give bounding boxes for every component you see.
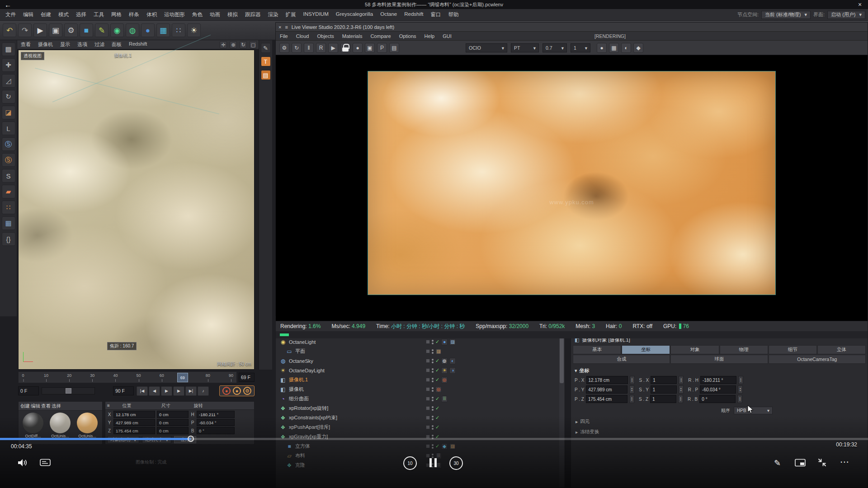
object-tag-icon[interactable]: ● [441, 339, 448, 345]
menubar-item-10[interactable]: 运动图形 [160, 9, 189, 20]
object-row[interactable]: ◧摄像机.1✓◎ [276, 375, 565, 385]
lv-camera-ball-icon[interactable]: ● [353, 43, 363, 53]
enable-checkbox[interactable] [426, 454, 430, 458]
keyframe-settings-button[interactable]: ⚙ [243, 387, 251, 395]
more-options-icon[interactable]: ⋯ [840, 456, 849, 467]
object-tag-icon[interactable]: ☀ [441, 367, 448, 374]
deformer-icon[interactable]: ◍ [126, 23, 139, 37]
lv-menu-compare[interactable]: Compare [366, 32, 395, 40]
object-tag-icon[interactable]: ▨ [449, 339, 456, 345]
viewport-menu-2[interactable]: 摄像机 [34, 40, 57, 49]
lv-restart-render-icon[interactable]: ↻ [292, 43, 302, 53]
range-slider-handle[interactable] [66, 388, 71, 394]
view-label[interactable]: 透视视图 [21, 52, 44, 60]
goto-end-button[interactable]: ▶| [185, 386, 197, 396]
object-tag-icon[interactable]: ⠿ [441, 396, 448, 402]
menubar-item-2[interactable]: 编辑 [19, 9, 37, 20]
visibility-dots[interactable] [432, 378, 434, 382]
render-view-icon[interactable]: ▶ [33, 23, 47, 37]
object-tag-icon[interactable]: ◐ [449, 358, 456, 364]
visibility-dots[interactable] [432, 368, 434, 373]
attr-tab-球面[interactable]: 球面 [670, 355, 768, 364]
scale-field[interactable]: 1 [650, 395, 676, 403]
object-tag-icon[interactable]: ◆ [441, 443, 448, 450]
lv-post-icon[interactable]: P [377, 43, 387, 53]
viewport-menu-5[interactable]: 过滤 [91, 40, 108, 49]
timeline-range-slider[interactable] [42, 387, 95, 394]
rewind-10-button[interactable]: 10 [403, 456, 417, 470]
viewport-menu-1[interactable]: 查看 [17, 40, 34, 49]
object-tag-icon[interactable]: ◎ [441, 377, 448, 383]
redo-icon[interactable]: ↷ [18, 23, 32, 37]
rotation-field[interactable]: -60.034 ° [700, 385, 736, 394]
object-tag-icon[interactable]: ◎ [435, 386, 442, 393]
ocio-dropdown[interactable]: OCIO ▾ [466, 43, 507, 52]
position-field[interactable]: 12.178 cm [586, 376, 628, 384]
close-window-button[interactable]: × [855, 0, 864, 9]
spinner[interactable]: ▲▼ [629, 395, 634, 403]
tracker-icon[interactable]: ∷ [172, 23, 185, 37]
lv-film-settings-icon[interactable]: ▣ [365, 43, 375, 53]
object-row[interactable]: ◧摄像机◎ [276, 385, 565, 394]
lv-menu-gui[interactable]: GUI [439, 32, 456, 40]
lv-clay-mode-icon[interactable]: ● [597, 43, 607, 53]
object-row[interactable]: ❖克隆⠿ [276, 460, 565, 470]
material-menu-4[interactable]: 选择 [52, 403, 61, 409]
object-row[interactable]: ❖xpRotator[xp旋转]✓ [276, 404, 565, 413]
menubar-item-19[interactable]: Octane [377, 9, 401, 20]
scale-tool-strip-icon[interactable]: ✎ [261, 43, 271, 53]
material-item[interactable]: OctDiff... [21, 413, 45, 438]
lv-menu-materials[interactable]: Materials [338, 32, 367, 40]
material-item[interactable]: OctUnis... [48, 413, 72, 438]
danmaku-toggle-icon[interactable] [40, 459, 51, 467]
attr-tab-立体[interactable]: 立体 [817, 345, 866, 354]
pause-button[interactable] [429, 458, 437, 467]
lv-passes-icon[interactable]: ▤ [389, 43, 399, 53]
material-menu-3[interactable]: 查看 [41, 403, 51, 409]
enable-checkbox[interactable] [426, 378, 430, 382]
object-row[interactable]: ❖xpConstraints[xp约束]✓ [276, 413, 565, 422]
goto-start-button[interactable]: |◀ [137, 386, 148, 396]
viewport-menu-4[interactable]: 选项 [74, 40, 91, 49]
enable-checkbox[interactable] [426, 340, 430, 344]
menubar-item-12[interactable]: 动画 [206, 9, 224, 20]
exit-fullscreen-icon[interactable] [817, 458, 827, 467]
live-selection-icon[interactable]: ▩ [2, 42, 15, 56]
menubar-item-17[interactable]: INSYDIUM [300, 9, 332, 20]
gamma-field[interactable]: 0.7 ▾ [542, 43, 567, 52]
menubar-item-16[interactable]: 扩展 [282, 9, 300, 20]
range-end-field[interactable]: 90 F [113, 386, 134, 395]
lv-settings-icon[interactable]: ⚙ [279, 43, 289, 53]
menubar-item-6[interactable]: 工具 [90, 9, 108, 20]
rotation-field[interactable]: 0 ° [699, 395, 736, 403]
attr-tab-物理[interactable]: 物理 [720, 345, 768, 354]
texture-dots-icon[interactable]: ∷ [2, 201, 15, 214]
menubar-item-1[interactable]: 文件 [2, 9, 19, 20]
spinner[interactable]: ▲▼ [737, 395, 742, 403]
spinner[interactable]: ▲▼ [678, 395, 683, 403]
current-frame-field[interactable]: 69 F [239, 373, 255, 382]
lv-wire-mode-icon[interactable]: ▦ [609, 43, 619, 53]
spinner[interactable]: ▲▼ [629, 385, 634, 394]
rotate-tool-icon[interactable]: ↻ [2, 90, 15, 103]
object-tag-icon[interactable]: ▨ [449, 443, 456, 450]
attr-tab-合成[interactable]: 合成 [573, 355, 670, 364]
visibility-dots[interactable] [432, 406, 434, 411]
cloth-preset-icon[interactable]: T [261, 56, 271, 66]
object-row[interactable]: ☀OctaneDayLight✓☀◑ [276, 366, 565, 375]
enable-checkbox[interactable] [426, 349, 430, 353]
maximize-view-icon[interactable]: ▢ [250, 41, 257, 48]
viewport-menu-7[interactable]: Redshift [125, 40, 151, 49]
kernel-dropdown[interactable]: PT ▾ [511, 43, 539, 52]
orbit-view-icon[interactable]: ↻ [240, 41, 247, 48]
volume-icon[interactable]: ● [141, 23, 155, 37]
primitive-cube-icon[interactable]: ■ [80, 23, 93, 37]
forward-30-button[interactable]: 30 [449, 456, 463, 470]
menubar-item-9[interactable]: 体积 [143, 9, 160, 20]
render-picture-viewer-icon[interactable]: ▣ [49, 23, 62, 37]
object-row[interactable]: ❖xpPushApart[排斥]✓ [276, 422, 565, 432]
octane-specular-icon[interactable]: S [2, 169, 15, 183]
paint-tool-icon[interactable]: ▰ [2, 185, 15, 198]
object-row[interactable]: ▭平面▨ [276, 347, 565, 356]
visibility-dots[interactable] [432, 359, 434, 363]
